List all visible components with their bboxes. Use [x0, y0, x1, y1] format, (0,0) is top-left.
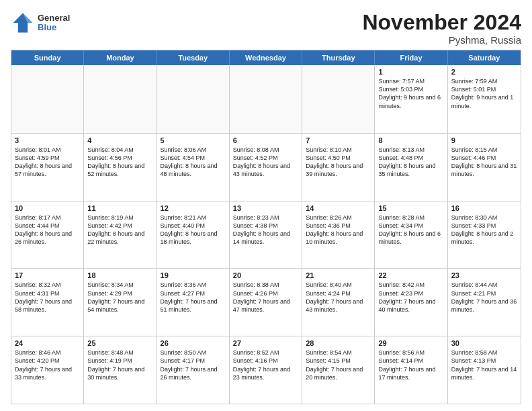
calendar-cell-day-2: 2Sunrise: 7:59 AM Sunset: 5:01 PM Daylig… — [448, 65, 521, 133]
day-number: 11 — [87, 204, 152, 212]
logo-blue-label: Blue — [38, 23, 70, 32]
header-day-friday: Friday — [375, 50, 447, 65]
day-number: 4 — [87, 136, 152, 144]
day-number: 14 — [306, 204, 371, 212]
day-info: Sunrise: 8:52 AM Sunset: 4:16 PM Dayligh… — [233, 349, 298, 381]
day-number: 23 — [451, 271, 517, 279]
calendar-cell-day-12: 12Sunrise: 8:21 AM Sunset: 4:40 PM Dayli… — [157, 201, 230, 269]
calendar-cell-empty — [84, 65, 157, 133]
day-info: Sunrise: 8:38 AM Sunset: 4:26 PM Dayligh… — [233, 281, 298, 314]
calendar-cell-day-6: 6Sunrise: 8:08 AM Sunset: 4:52 PM Daylig… — [230, 134, 302, 201]
day-number: 13 — [233, 204, 298, 212]
day-number: 10 — [15, 204, 80, 212]
day-info: Sunrise: 8:30 AM Sunset: 4:33 PM Dayligh… — [451, 214, 517, 246]
header-day-sunday: Sunday — [11, 50, 84, 65]
day-info: Sunrise: 8:15 AM Sunset: 4:46 PM Dayligh… — [451, 146, 517, 179]
header-day-saturday: Saturday — [448, 50, 521, 65]
location: Pyshma, Russia — [362, 34, 521, 46]
calendar-cell-day-28: 28Sunrise: 8:54 AM Sunset: 4:15 PM Dayli… — [302, 336, 375, 404]
calendar-header: SundayMondayTuesdayWednesdayThursdayFrid… — [11, 50, 521, 65]
day-number: 7 — [306, 136, 371, 144]
day-number: 9 — [451, 136, 517, 144]
day-info: Sunrise: 8:34 AM Sunset: 4:29 PM Dayligh… — [87, 281, 152, 314]
calendar-cell-day-26: 26Sunrise: 8:50 AM Sunset: 4:17 PM Dayli… — [157, 336, 230, 404]
calendar-cell-empty — [230, 65, 302, 133]
day-info: Sunrise: 8:42 AM Sunset: 4:23 PM Dayligh… — [378, 281, 443, 314]
day-number: 26 — [161, 339, 226, 347]
calendar-cell-empty — [11, 65, 84, 133]
logo-text: General Blue — [38, 13, 70, 33]
calendar-cell-empty — [157, 65, 230, 133]
calendar-cell-day-8: 8Sunrise: 8:13 AM Sunset: 4:48 PM Daylig… — [375, 134, 447, 201]
day-number: 8 — [378, 136, 443, 144]
calendar-cell-day-24: 24Sunrise: 8:46 AM Sunset: 4:20 PM Dayli… — [11, 336, 84, 404]
day-info: Sunrise: 8:28 AM Sunset: 4:34 PM Dayligh… — [378, 214, 443, 246]
calendar-cell-day-20: 20Sunrise: 8:38 AM Sunset: 4:26 PM Dayli… — [230, 269, 302, 336]
day-info: Sunrise: 8:44 AM Sunset: 4:21 PM Dayligh… — [451, 281, 517, 314]
calendar-row-4: 24Sunrise: 8:46 AM Sunset: 4:20 PM Dayli… — [11, 336, 521, 404]
logo: General Blue — [11, 11, 70, 35]
day-number: 12 — [161, 204, 226, 212]
calendar-cell-day-7: 7Sunrise: 8:10 AM Sunset: 4:50 PM Daylig… — [302, 134, 375, 201]
calendar-cell-day-1: 1Sunrise: 7:57 AM Sunset: 5:03 PM Daylig… — [375, 65, 447, 133]
calendar-row-2: 10Sunrise: 8:17 AM Sunset: 4:44 PM Dayli… — [11, 201, 521, 269]
day-info: Sunrise: 8:06 AM Sunset: 4:54 PM Dayligh… — [161, 146, 226, 179]
calendar-cell-day-13: 13Sunrise: 8:23 AM Sunset: 4:38 PM Dayli… — [230, 201, 302, 269]
calendar-row-1: 3Sunrise: 8:01 AM Sunset: 4:59 PM Daylig… — [11, 133, 521, 201]
day-info: Sunrise: 8:40 AM Sunset: 4:24 PM Dayligh… — [306, 281, 371, 314]
logo-icon — [11, 11, 35, 35]
day-info: Sunrise: 7:57 AM Sunset: 5:03 PM Dayligh… — [378, 77, 443, 110]
day-number: 16 — [451, 204, 517, 212]
day-number: 6 — [233, 136, 298, 144]
calendar-cell-day-29: 29Sunrise: 8:56 AM Sunset: 4:14 PM Dayli… — [375, 336, 447, 404]
day-number: 21 — [306, 271, 371, 279]
calendar-cell-day-3: 3Sunrise: 8:01 AM Sunset: 4:59 PM Daylig… — [11, 134, 84, 201]
calendar-cell-day-9: 9Sunrise: 8:15 AM Sunset: 4:46 PM Daylig… — [448, 134, 521, 201]
day-info: Sunrise: 8:46 AM Sunset: 4:20 PM Dayligh… — [15, 349, 80, 381]
day-number: 17 — [15, 271, 80, 279]
day-info: Sunrise: 8:32 AM Sunset: 4:31 PM Dayligh… — [15, 281, 80, 314]
header-day-wednesday: Wednesday — [230, 50, 302, 65]
day-info: Sunrise: 8:08 AM Sunset: 4:52 PM Dayligh… — [233, 146, 298, 179]
calendar-cell-day-4: 4Sunrise: 8:04 AM Sunset: 4:56 PM Daylig… — [84, 134, 157, 201]
month-title: November 2024 — [362, 11, 521, 34]
calendar-cell-day-21: 21Sunrise: 8:40 AM Sunset: 4:24 PM Dayli… — [302, 269, 375, 336]
calendar-cell-day-23: 23Sunrise: 8:44 AM Sunset: 4:21 PM Dayli… — [448, 269, 521, 336]
day-number: 15 — [378, 204, 443, 212]
day-number: 2 — [451, 68, 517, 76]
day-number: 19 — [161, 271, 226, 279]
day-number: 25 — [87, 339, 152, 347]
day-info: Sunrise: 8:04 AM Sunset: 4:56 PM Dayligh… — [87, 146, 152, 179]
day-number: 28 — [306, 339, 371, 347]
day-info: Sunrise: 8:58 AM Sunset: 4:13 PM Dayligh… — [451, 349, 517, 381]
title-area: November 2024 Pyshma, Russia — [362, 11, 521, 46]
day-info: Sunrise: 8:56 AM Sunset: 4:14 PM Dayligh… — [378, 349, 443, 381]
day-info: Sunrise: 8:19 AM Sunset: 4:42 PM Dayligh… — [87, 214, 152, 246]
page: General Blue November 2024 Pyshma, Russi… — [0, 0, 532, 411]
day-number: 22 — [378, 271, 443, 279]
day-info: Sunrise: 8:23 AM Sunset: 4:38 PM Dayligh… — [233, 214, 298, 246]
day-info: Sunrise: 8:26 AM Sunset: 4:36 PM Dayligh… — [306, 214, 371, 246]
day-info: Sunrise: 8:10 AM Sunset: 4:50 PM Dayligh… — [306, 146, 371, 179]
day-info: Sunrise: 7:59 AM Sunset: 5:01 PM Dayligh… — [451, 77, 517, 110]
calendar-cell-day-10: 10Sunrise: 8:17 AM Sunset: 4:44 PM Dayli… — [11, 201, 84, 269]
calendar-cell-day-22: 22Sunrise: 8:42 AM Sunset: 4:23 PM Dayli… — [375, 269, 447, 336]
day-info: Sunrise: 8:48 AM Sunset: 4:19 PM Dayligh… — [87, 349, 152, 381]
header: General Blue November 2024 Pyshma, Russi… — [11, 11, 521, 46]
day-number: 20 — [233, 271, 298, 279]
calendar-cell-day-17: 17Sunrise: 8:32 AM Sunset: 4:31 PM Dayli… — [11, 269, 84, 336]
day-number: 3 — [15, 136, 80, 144]
calendar-cell-day-14: 14Sunrise: 8:26 AM Sunset: 4:36 PM Dayli… — [302, 201, 375, 269]
day-info: Sunrise: 8:17 AM Sunset: 4:44 PM Dayligh… — [15, 214, 80, 246]
calendar-cell-day-16: 16Sunrise: 8:30 AM Sunset: 4:33 PM Dayli… — [448, 201, 521, 269]
calendar-cell-day-30: 30Sunrise: 8:58 AM Sunset: 4:13 PM Dayli… — [448, 336, 521, 404]
header-day-monday: Monday — [84, 50, 157, 65]
calendar-cell-empty — [302, 65, 375, 133]
day-number: 30 — [451, 339, 517, 347]
logo-general-label: General — [38, 13, 70, 23]
calendar-cell-day-27: 27Sunrise: 8:52 AM Sunset: 4:16 PM Dayli… — [230, 336, 302, 404]
calendar-row-3: 17Sunrise: 8:32 AM Sunset: 4:31 PM Dayli… — [11, 268, 521, 336]
day-number: 29 — [378, 339, 443, 347]
day-info: Sunrise: 8:50 AM Sunset: 4:17 PM Dayligh… — [161, 349, 226, 381]
day-info: Sunrise: 8:54 AM Sunset: 4:15 PM Dayligh… — [306, 349, 371, 381]
